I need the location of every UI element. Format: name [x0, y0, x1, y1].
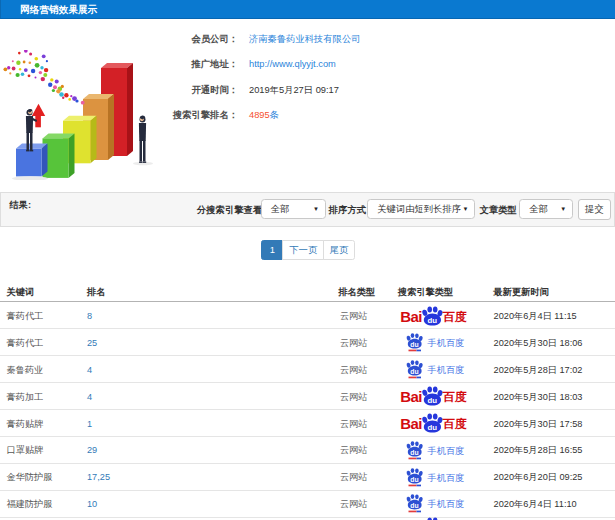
svg-text:du: du: [410, 475, 418, 482]
svg-text:手机百度: 手机百度: [427, 337, 464, 348]
svg-text:Bai: Bai: [400, 307, 422, 324]
svg-text:du: du: [410, 448, 418, 455]
svg-text:du: du: [410, 502, 418, 509]
svg-text:百度: 百度: [442, 418, 467, 432]
svg-text:Bai: Bai: [400, 415, 422, 432]
svg-text:du: du: [410, 341, 418, 348]
svg-text:du: du: [428, 316, 438, 325]
svg-text:手机百度: 手机百度: [427, 364, 464, 375]
svg-text:du: du: [428, 424, 438, 433]
svg-text:du: du: [410, 368, 418, 375]
svg-text:手机百度: 手机百度: [427, 471, 464, 482]
svg-text:Bai: Bai: [400, 388, 422, 405]
svg-text:百度: 百度: [442, 310, 467, 324]
svg-text:手机百度: 手机百度: [427, 498, 464, 509]
svg-text:du: du: [428, 397, 438, 406]
svg-text:手机百度: 手机百度: [427, 444, 464, 455]
svg-text:百度: 百度: [442, 391, 467, 405]
